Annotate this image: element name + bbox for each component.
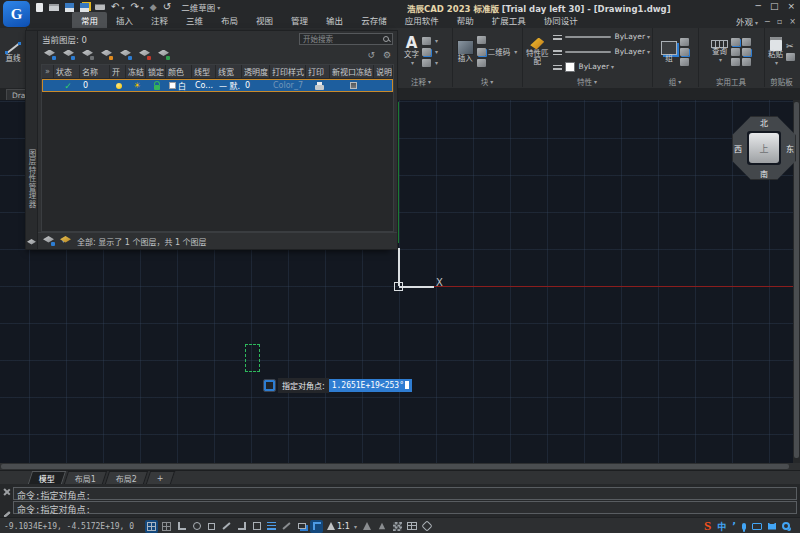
layer-vp-freeze-icon[interactable] [350, 82, 357, 89]
tab-layout[interactable]: 布局 [212, 12, 247, 28]
annotation-scale-control[interactable]: 1:1 [327, 522, 357, 531]
new-layer-vp-button[interactable] [120, 50, 132, 60]
text-button[interactable]: A 文字 [404, 36, 419, 67]
tab-manage[interactable]: 管理 [282, 12, 317, 28]
tab-model[interactable]: 模型 [28, 471, 66, 484]
layer-lineweight[interactable]: — 默. [217, 80, 243, 91]
print-icon[interactable] [95, 4, 105, 10]
close-button[interactable]: × [787, 1, 795, 11]
group-edit-button[interactable] [680, 48, 689, 56]
ortho-mode-icon[interactable] [175, 520, 188, 533]
tab-apps[interactable]: 应用软件 [396, 12, 448, 28]
lineweight-dropdown[interactable]: ByLayer [553, 45, 650, 58]
leader-tool-button[interactable] [422, 47, 438, 56]
ime-toolbox-icon[interactable] [782, 522, 790, 530]
group-button[interactable]: 组 [661, 41, 677, 63]
3d-cube-icon[interactable]: ◆ [150, 2, 157, 12]
col-vp-freeze[interactable]: 新视口冻结 [330, 65, 374, 79]
lineweight-display-icon[interactable] [265, 520, 278, 533]
col-freeze[interactable]: 冻结 [126, 65, 146, 79]
tab-layout1[interactable]: 布局1 [64, 471, 107, 484]
paste-button[interactable]: 粘贴 [768, 37, 783, 67]
insert-block-button[interactable]: 插入 [457, 40, 474, 63]
navigation-compass[interactable]: 上 北 东 南 西 [732, 116, 796, 180]
ime-microphone-icon[interactable] [742, 523, 746, 530]
horizontal-scrollbar[interactable] [0, 463, 800, 470]
tab-cloud[interactable]: 云存储 [352, 12, 396, 28]
utilities-panel-label[interactable]: 实用工具 [698, 75, 764, 87]
object-snap-icon[interactable] [205, 520, 218, 533]
isolate-objects-icon[interactable] [391, 520, 404, 533]
col-plot-style[interactable]: 打印样式 [270, 65, 306, 79]
ime-skin-icon[interactable] [768, 523, 776, 530]
dimension-tool-button[interactable] [422, 58, 438, 67]
tab-output[interactable]: 输出 [317, 12, 352, 28]
line-tool-button[interactable]: 直线 [5, 41, 21, 63]
dynamic-input-field[interactable]: 1.2651E+19<253° [329, 379, 412, 392]
col-lineweight[interactable]: 线宽 [216, 65, 242, 79]
doc-close-button[interactable]: × [789, 17, 796, 26]
col-name[interactable]: 名称 [80, 65, 110, 79]
new-group-filter-button[interactable] [63, 50, 75, 60]
maximize-button[interactable]: □ [770, 1, 779, 11]
compass-east[interactable]: 东 [786, 143, 794, 154]
add-layout-button[interactable]: + [146, 471, 175, 484]
match-properties-button[interactable]: 特性匹配 [524, 38, 550, 66]
new-layer-button[interactable] [101, 50, 113, 60]
command-input-line[interactable]: 命令:指定对角点: [13, 501, 797, 514]
transparency-icon[interactable] [280, 520, 293, 533]
polar-tracking-icon[interactable] [190, 520, 203, 533]
selection-cycling-icon[interactable] [295, 520, 308, 533]
new-file-icon[interactable] [36, 3, 43, 12]
redo-icon[interactable]: ↷ [130, 2, 143, 13]
annotation-visibility-icon[interactable] [361, 520, 374, 533]
minimize-button[interactable]: ─ [756, 1, 761, 11]
block-edit-button[interactable] [477, 59, 518, 67]
doc-minimize-button[interactable]: ─ [765, 17, 770, 26]
ungroup-button[interactable] [680, 38, 689, 46]
object-track-icon[interactable] [250, 520, 263, 533]
invert-filter-icon[interactable] [43, 236, 55, 246]
col-on[interactable]: 开 [110, 65, 126, 79]
layer-on-icon[interactable] [116, 83, 122, 89]
layer-freeze-icon[interactable]: ☀ [133, 82, 140, 90]
col-transparency[interactable]: 透明度 [242, 65, 270, 79]
save-icon[interactable] [65, 3, 74, 12]
save-as-icon[interactable] [80, 3, 89, 12]
tab-collaboration[interactable]: 协同设计 [535, 12, 587, 28]
layer-unlock-icon[interactable] [154, 85, 160, 90]
tab-view[interactable]: 视图 [247, 12, 282, 28]
refresh-layers-icon[interactable]: ↺ [367, 50, 375, 60]
block-attach-button[interactable] [477, 36, 518, 44]
ime-language-icon[interactable]: 中 [717, 520, 726, 533]
col-lock[interactable]: 锁定 [146, 65, 166, 79]
block-panel-label[interactable]: 块 [452, 75, 522, 87]
ime-punctuation-icon[interactable]: ’ [732, 521, 736, 532]
layer-settings-icon[interactable]: ⚙ [383, 50, 391, 60]
isodraft-icon[interactable] [220, 520, 233, 533]
layer-row-0[interactable]: ✓ 0 ☀ 白 Co... — 默. 0 Color_7 [42, 79, 393, 92]
layer-state-button[interactable] [82, 50, 94, 60]
layer-search-input[interactable]: 开始搜索 [299, 33, 393, 45]
clean-screen-icon[interactable] [421, 520, 434, 533]
layer-plot-icon[interactable] [315, 85, 324, 90]
dynamic-ucs-icon[interactable] [310, 520, 323, 533]
collapse-filters-chevron[interactable]: » [42, 65, 54, 79]
col-status[interactable]: 状态 [54, 65, 80, 79]
doc-restore-button[interactable]: ▫ [777, 17, 782, 26]
compass-north[interactable]: 北 [760, 117, 768, 128]
table-tool-button[interactable] [422, 36, 438, 45]
ime-logo-icon[interactable]: S [704, 518, 711, 533]
layer-linetype[interactable]: Co... [193, 80, 217, 91]
app-logo[interactable]: G [3, 1, 30, 27]
quick-select-button[interactable] [731, 48, 751, 56]
tab-home[interactable]: 常用 [72, 12, 107, 28]
refresh-icon[interactable]: ↺ [163, 2, 171, 12]
snap-mode-icon[interactable] [145, 520, 158, 533]
col-color[interactable]: 颜色 [166, 65, 192, 79]
layer-settings-dropdown-icon[interactable] [60, 236, 72, 246]
horizontal-scrollbar-thumb[interactable] [1, 464, 789, 469]
undo-icon[interactable]: ↶ [111, 2, 124, 13]
group-select-button[interactable] [680, 58, 689, 66]
linetype-dropdown[interactable]: ByLayer [553, 30, 650, 43]
